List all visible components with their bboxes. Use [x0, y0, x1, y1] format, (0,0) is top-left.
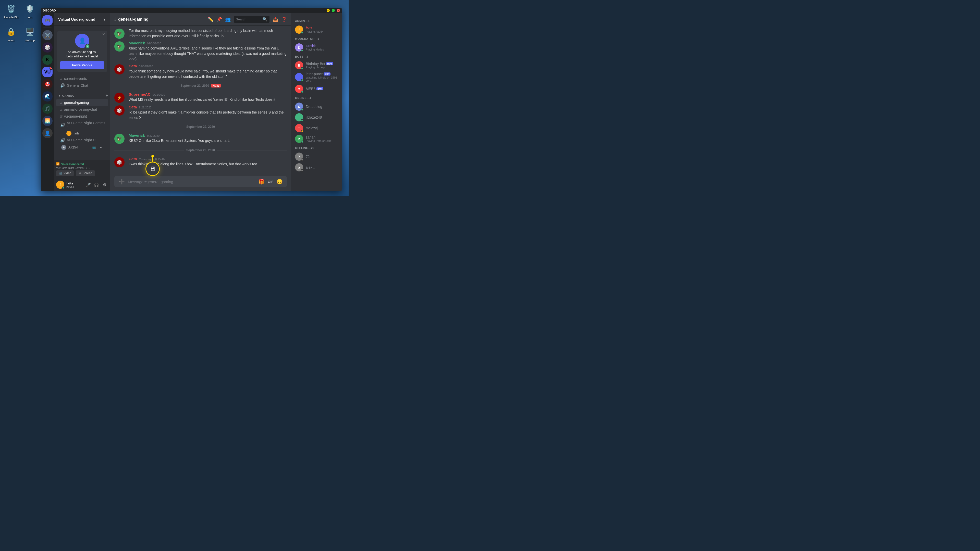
status-alex [301, 169, 304, 171]
maximize-button[interactable]: □ [332, 9, 335, 12]
voice-channel-header-1[interactable]: 🔊 VU Game Night Comms 1 [56, 120, 108, 130]
add-attachment-icon[interactable]: ➕ [118, 179, 125, 185]
date-line-right-3 [217, 150, 287, 151]
member-item-mclazyj[interactable]: m mclazyj [293, 123, 340, 133]
server-icon-discord-home[interactable]: 🎮 [42, 15, 52, 25]
msg-avatar-2: 🎲 [115, 64, 124, 75]
channel-item-general-chat[interactable]: 🔊 General Chat [56, 82, 108, 89]
edit-icon[interactable]: ✏️ [208, 17, 213, 22]
server-icon-3[interactable]: K [42, 55, 52, 65]
desktop-icon-recycle-bin[interactable]: 🗑️ Recycle Bin [2, 3, 20, 19]
member-item-alex[interactable]: a alex... [293, 162, 340, 172]
chat-header: # general-gaming ✏️ 📌 👥 🔍 📥 ❓ [110, 13, 291, 25]
stream-options-button[interactable]: ↔ [98, 144, 104, 151]
member-item-jjblaze[interactable]: j jjblaze248 [293, 112, 340, 122]
member-item-duskit[interactable]: D Duskit Playing Hades [293, 42, 340, 52]
member-name-72: 72 [306, 155, 338, 159]
server-icon-7[interactable]: 🎵 [42, 103, 52, 114]
voice-channel-header-2[interactable]: 🔊 VU Game Night C... [56, 137, 108, 144]
mute-button[interactable]: 🎤 [85, 181, 92, 188]
desktop-icon-avast[interactable]: 🔒 avast [2, 25, 20, 42]
members-icon[interactable]: 👥 [225, 17, 231, 22]
stream-actions: 📺 ↔ [91, 144, 104, 151]
server-icon-1[interactable]: ⚔️ [42, 30, 52, 40]
gif-button[interactable]: GIF [268, 180, 273, 184]
member-item-inter-punct[interactable]: i inter-punct BOT Watching iplhelp on 15… [293, 71, 340, 83]
text-channel-icon: # [60, 114, 62, 119]
floating-screen-share-button[interactable]: 🖥 [145, 162, 160, 176]
channel-item-general-gaming[interactable]: # general-gaming 👤+ ⚙ [56, 99, 108, 106]
server-icon-9[interactable]: 👤 [42, 128, 52, 138]
member-item-mee6[interactable]: M MEE6 BOT [293, 84, 340, 94]
server-icon-6[interactable]: 🌊 [42, 91, 52, 102]
member-item-72[interactable]: 7 72 [293, 151, 340, 162]
desktop-icon-desktop[interactable]: 🖥️ desktop [21, 25, 39, 42]
member-item-zahan[interactable]: z zahan Playing Path of Exile [293, 134, 340, 144]
search-input[interactable] [236, 17, 261, 21]
member-info-mee6: MEE6 BOT [306, 87, 338, 91]
date-line-right [223, 86, 287, 86]
desktop-icon-avg[interactable]: 🛡️ avg [21, 3, 39, 19]
search-box[interactable]: 🔍 [234, 16, 269, 23]
voice-icon: 🔊 [60, 122, 65, 127]
member-section-offline: OFFLINE—20 [293, 144, 340, 151]
member-section-admin: ADMIN—1 [293, 17, 340, 24]
help-icon[interactable]: ❓ [281, 17, 287, 22]
server-icon-2[interactable]: 🎲 [42, 42, 52, 52]
user-settings-button[interactable]: ⚙ [101, 181, 108, 188]
member-info-duskit: Duskit Playing Hades [306, 44, 338, 51]
member-avatar-72: 7 [295, 152, 303, 161]
msg-header-4: Ceta 9/21/2020 [129, 105, 287, 109]
stream-user-row-alt254[interactable]: A Alt254 📺 ↔ Stream Alt254 [58, 144, 106, 151]
emoji-icon[interactable]: 😊 [277, 179, 283, 185]
channel-item-vu-game-night[interactable]: # vu-game-night [56, 113, 108, 120]
server-icon-vu[interactable]: VU ! [42, 67, 52, 77]
deafen-button[interactable]: 🎧 [93, 181, 100, 188]
member-avatar-mee6: M [295, 85, 303, 93]
member-item-faits-admin[interactable]: f faits Playing Alt254 [293, 24, 340, 35]
text-channel-icon: # [60, 107, 62, 112]
msg-author-5: Maverick [129, 133, 145, 138]
member-info-72: 72 [306, 155, 338, 159]
close-button[interactable]: ✕ [337, 9, 340, 12]
msg-header-2: Ceta 09/08/2020 [129, 64, 287, 68]
channel-name-current-events: current-events [64, 76, 87, 81]
close-friend-panel-button[interactable]: ✕ [102, 32, 105, 36]
voice-user-faits[interactable]: f faits [58, 130, 106, 137]
msg-avatar-6: 🎲 [115, 157, 124, 167]
server-icon-5[interactable]: 🎯 [42, 79, 52, 89]
gift-icon[interactable]: 🎁 [258, 179, 265, 185]
channel-item-current-events[interactable]: # current-events [56, 75, 108, 82]
server-header[interactable]: Virtual Underground ▼ [54, 13, 110, 25]
voice-connected-server: VU Game Night Comms 1 / ... [56, 167, 108, 169]
pin-icon[interactable]: 📌 [216, 17, 222, 22]
stream-user-name: Alt254 [68, 145, 78, 149]
invite-people-button[interactable]: Invite People [60, 61, 104, 69]
msg-avatar-5: 🦅 [115, 134, 124, 144]
minimize-button[interactable]: — [327, 9, 330, 12]
screen-share-button[interactable]: 🖥 Screen [76, 170, 95, 176]
member-avatar-inter-punct: i [295, 73, 303, 81]
recycle-bin-label: Recycle Bin [3, 16, 18, 19]
settings-icon[interactable]: ⚙ [103, 100, 106, 104]
member-avatar-dreadplug: D [295, 103, 303, 111]
server-icon-8[interactable]: 🌅 [42, 116, 52, 126]
member-item-dreadplug[interactable]: D Dreadplug [293, 102, 340, 112]
avg-label: avg [27, 16, 32, 19]
member-item-birthday-bot[interactable]: B Birthday Bot BOT Playing bb.help [293, 60, 340, 70]
channel-name-animal-crossing: animal-crossing-chat [64, 107, 97, 111]
chevron-icon: ▼ [58, 94, 61, 97]
channel-item-animal-crossing[interactable]: # animal-crossing-chat [56, 106, 108, 113]
message-input-area: ➕ 🎁 GIF 😊 [110, 176, 291, 191]
voice-icon-2: 🔊 [60, 138, 65, 143]
member-status-inter-punct: Watching iplhelp on 1591 serv... [306, 76, 338, 82]
desktop-folder-icon: 🖥️ [24, 25, 36, 38]
add-channel-button[interactable]: + [106, 94, 108, 98]
current-user-name: faits [66, 181, 83, 185]
member-avatar-zahan: z [295, 135, 303, 143]
add-member-icon[interactable]: 👤+ [96, 100, 102, 104]
video-button[interactable]: 📹 Video [56, 170, 74, 176]
inbox-icon[interactable]: 📥 [272, 17, 278, 22]
adventure-text: An adventure begins. Let's add some frie… [60, 50, 104, 59]
stream-screen-button[interactable]: 📺 [91, 144, 97, 151]
